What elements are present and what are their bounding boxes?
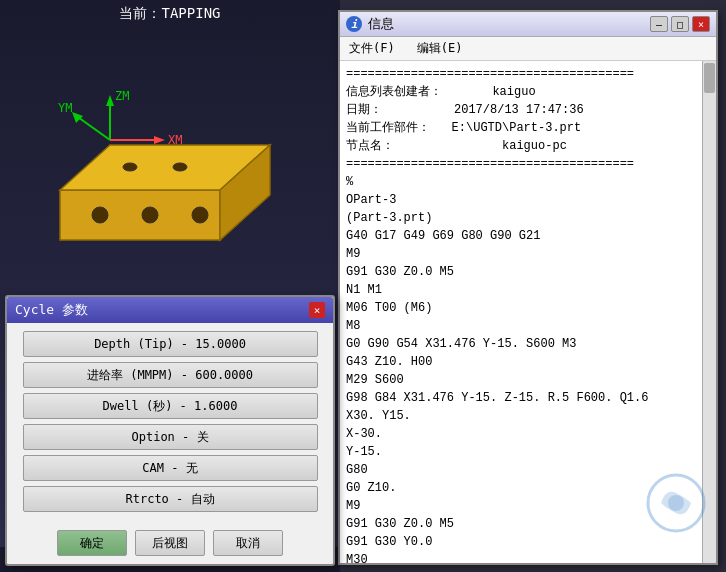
option-field[interactable]: Option - 关 (23, 424, 318, 450)
confirm-button[interactable]: 确定 (57, 530, 127, 556)
svg-marker-15 (154, 136, 165, 144)
info-window-controls: — □ × (650, 16, 710, 32)
depth-field[interactable]: Depth (Tip) - 15.0000 (23, 331, 318, 357)
info-window: i 信息 — □ × 文件(F) 编辑(E) =================… (338, 10, 718, 565)
minimize-button[interactable]: — (650, 16, 668, 32)
scrollbar-thumb[interactable] (704, 63, 715, 93)
cycle-row-2: Dwell (秒) - 1.6000 (15, 393, 325, 419)
svg-point-6 (123, 163, 137, 171)
svg-point-5 (192, 207, 208, 223)
info-content-area[interactable]: ========================================… (340, 61, 716, 563)
info-window-title: 信息 (368, 15, 644, 33)
dwell-field[interactable]: Dwell (秒) - 1.6000 (23, 393, 318, 419)
svg-point-18 (668, 495, 684, 511)
svg-point-7 (173, 163, 187, 171)
cycle-row-0: Depth (Tip) - 15.0000 (15, 331, 325, 357)
svg-marker-12 (72, 112, 83, 123)
feed-rate-field[interactable]: 进给率 (MMPM) - 600.0000 (23, 362, 318, 388)
file-menu[interactable]: 文件(F) (346, 39, 398, 58)
cycle-row-4: CAM - 无 (15, 455, 325, 481)
info-icon: i (346, 16, 362, 32)
viewport-title: 当前：TAPPING (0, 5, 340, 23)
cycle-row-5: Rtrcto - 自动 (15, 486, 325, 512)
cycle-dialog-footer: 确定 后视图 取消 (7, 525, 333, 564)
close-button[interactable]: × (692, 16, 710, 32)
svg-point-3 (92, 207, 108, 223)
back-view-button[interactable]: 后视图 (135, 530, 205, 556)
maximize-button[interactable]: □ (671, 16, 689, 32)
svg-text:XM: XM (168, 133, 182, 147)
cycle-dialog-titlebar: Cycle 参数 × (7, 297, 333, 323)
cam-field[interactable]: CAM - 无 (23, 455, 318, 481)
3d-object: ZM YM XM (20, 70, 280, 274)
svg-text:ZM: ZM (115, 89, 129, 103)
watermark-logo (646, 473, 706, 533)
cancel-button[interactable]: 取消 (213, 530, 283, 556)
cycle-row-1: 进给率 (MMPM) - 600.0000 (15, 362, 325, 388)
cycle-dialog-body: Depth (Tip) - 15.0000 进给率 (MMPM) - 600.0… (7, 323, 333, 525)
info-titlebar: i 信息 — □ × (340, 12, 716, 37)
edit-menu[interactable]: 编辑(E) (414, 39, 466, 58)
cycle-row-3: Option - 关 (15, 424, 325, 450)
cycle-dialog-title-text: Cycle 参数 (15, 301, 88, 319)
cycle-dialog-close-button[interactable]: × (309, 302, 325, 318)
info-menubar: 文件(F) 编辑(E) (340, 37, 716, 61)
rtrcto-field[interactable]: Rtrcto - 自动 (23, 486, 318, 512)
cycle-dialog: Cycle 参数 × Depth (Tip) - 15.0000 进给率 (MM… (5, 295, 335, 566)
svg-point-4 (142, 207, 158, 223)
svg-text:YM: YM (58, 101, 72, 115)
svg-marker-9 (106, 95, 114, 106)
